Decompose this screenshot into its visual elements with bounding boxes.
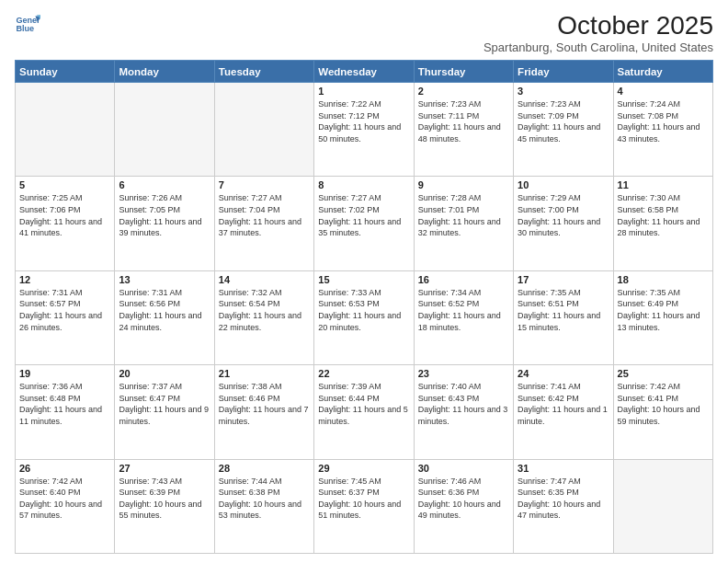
day-info: Sunrise: 7:36 AM Sunset: 6:48 PM Dayligh… xyxy=(19,381,110,427)
col-wednesday: Wednesday xyxy=(314,61,414,83)
table-row: 3Sunrise: 7:23 AM Sunset: 7:09 PM Daylig… xyxy=(514,83,613,177)
table-row: 29Sunrise: 7:45 AM Sunset: 6:37 PM Dayli… xyxy=(314,459,414,553)
table-row: 12Sunrise: 7:31 AM Sunset: 6:57 PM Dayli… xyxy=(16,270,115,364)
calendar-table: Sunday Monday Tuesday Wednesday Thursday… xyxy=(15,60,713,554)
calendar-week-row: 26Sunrise: 7:42 AM Sunset: 6:40 PM Dayli… xyxy=(16,459,713,553)
table-row: 24Sunrise: 7:41 AM Sunset: 6:42 PM Dayli… xyxy=(514,365,613,459)
page: General Blue October 2025 Spartanburg, S… xyxy=(0,0,728,563)
table-row: 21Sunrise: 7:38 AM Sunset: 6:46 PM Dayli… xyxy=(214,365,313,459)
day-info: Sunrise: 7:43 AM Sunset: 6:39 PM Dayligh… xyxy=(119,476,210,522)
day-number: 26 xyxy=(19,463,110,474)
day-info: Sunrise: 7:35 AM Sunset: 6:49 PM Dayligh… xyxy=(618,287,709,333)
table-row xyxy=(115,83,214,177)
table-row xyxy=(16,83,115,177)
table-row: 25Sunrise: 7:42 AM Sunset: 6:41 PM Dayli… xyxy=(613,365,712,459)
calendar-week-row: 19Sunrise: 7:36 AM Sunset: 6:48 PM Dayli… xyxy=(16,365,713,459)
day-info: Sunrise: 7:46 AM Sunset: 6:36 PM Dayligh… xyxy=(418,476,509,522)
day-number: 9 xyxy=(418,179,509,190)
table-row: 31Sunrise: 7:47 AM Sunset: 6:35 PM Dayli… xyxy=(514,459,613,553)
day-info: Sunrise: 7:39 AM Sunset: 6:44 PM Dayligh… xyxy=(318,381,409,427)
day-number: 16 xyxy=(418,274,509,285)
day-number: 14 xyxy=(219,274,310,285)
day-info: Sunrise: 7:23 AM Sunset: 7:09 PM Dayligh… xyxy=(518,98,609,144)
day-info: Sunrise: 7:42 AM Sunset: 6:40 PM Dayligh… xyxy=(19,476,110,522)
day-info: Sunrise: 7:25 AM Sunset: 7:06 PM Dayligh… xyxy=(19,192,110,238)
col-saturday: Saturday xyxy=(613,61,712,83)
day-number: 12 xyxy=(19,274,110,285)
table-row: 7Sunrise: 7:27 AM Sunset: 7:04 PM Daylig… xyxy=(214,177,313,270)
day-number: 15 xyxy=(318,274,409,285)
svg-text:Blue: Blue xyxy=(16,24,34,33)
table-row: 27Sunrise: 7:43 AM Sunset: 6:39 PM Dayli… xyxy=(115,459,214,553)
day-info: Sunrise: 7:23 AM Sunset: 7:11 PM Dayligh… xyxy=(418,98,509,144)
table-row xyxy=(613,459,712,553)
table-row: 8Sunrise: 7:27 AM Sunset: 7:02 PM Daylig… xyxy=(314,177,414,270)
calendar-week-row: 12Sunrise: 7:31 AM Sunset: 6:57 PM Dayli… xyxy=(16,270,713,364)
calendar-week-row: 1Sunrise: 7:22 AM Sunset: 7:12 PM Daylig… xyxy=(16,83,713,177)
day-info: Sunrise: 7:31 AM Sunset: 6:56 PM Dayligh… xyxy=(119,287,210,333)
day-number: 7 xyxy=(219,179,310,190)
day-number: 8 xyxy=(318,179,409,190)
day-info: Sunrise: 7:30 AM Sunset: 6:58 PM Dayligh… xyxy=(618,192,709,238)
day-info: Sunrise: 7:33 AM Sunset: 6:53 PM Dayligh… xyxy=(318,287,409,333)
table-row: 2Sunrise: 7:23 AM Sunset: 7:11 PM Daylig… xyxy=(414,83,513,177)
header: General Blue October 2025 Spartanburg, S… xyxy=(15,11,713,54)
day-info: Sunrise: 7:22 AM Sunset: 7:12 PM Dayligh… xyxy=(318,98,409,144)
calendar-week-row: 5Sunrise: 7:25 AM Sunset: 7:06 PM Daylig… xyxy=(16,177,713,270)
table-row: 10Sunrise: 7:29 AM Sunset: 7:00 PM Dayli… xyxy=(514,177,613,270)
table-row: 15Sunrise: 7:33 AM Sunset: 6:53 PM Dayli… xyxy=(314,270,414,364)
day-info: Sunrise: 7:27 AM Sunset: 7:02 PM Dayligh… xyxy=(318,192,409,238)
table-row: 13Sunrise: 7:31 AM Sunset: 6:56 PM Dayli… xyxy=(115,270,214,364)
day-number: 23 xyxy=(418,368,509,379)
table-row: 11Sunrise: 7:30 AM Sunset: 6:58 PM Dayli… xyxy=(613,177,712,270)
day-info: Sunrise: 7:28 AM Sunset: 7:01 PM Dayligh… xyxy=(418,192,509,238)
table-row: 22Sunrise: 7:39 AM Sunset: 6:44 PM Dayli… xyxy=(314,365,414,459)
logo-icon: General Blue xyxy=(15,11,40,37)
day-info: Sunrise: 7:35 AM Sunset: 6:51 PM Dayligh… xyxy=(518,287,609,333)
day-number: 30 xyxy=(418,463,509,474)
day-info: Sunrise: 7:47 AM Sunset: 6:35 PM Dayligh… xyxy=(518,476,609,522)
table-row: 23Sunrise: 7:40 AM Sunset: 6:43 PM Dayli… xyxy=(414,365,513,459)
day-number: 2 xyxy=(418,86,509,97)
day-info: Sunrise: 7:40 AM Sunset: 6:43 PM Dayligh… xyxy=(418,381,509,427)
day-number: 1 xyxy=(318,86,409,97)
table-row: 18Sunrise: 7:35 AM Sunset: 6:49 PM Dayli… xyxy=(613,270,712,364)
col-monday: Monday xyxy=(115,61,214,83)
table-row: 5Sunrise: 7:25 AM Sunset: 7:06 PM Daylig… xyxy=(16,177,115,270)
day-number: 29 xyxy=(318,463,409,474)
day-number: 22 xyxy=(318,368,409,379)
table-row: 26Sunrise: 7:42 AM Sunset: 6:40 PM Dayli… xyxy=(16,459,115,553)
day-number: 24 xyxy=(518,368,609,379)
day-number: 11 xyxy=(618,179,709,190)
day-number: 18 xyxy=(618,274,709,285)
day-number: 5 xyxy=(19,179,110,190)
day-info: Sunrise: 7:37 AM Sunset: 6:47 PM Dayligh… xyxy=(119,381,210,427)
day-number: 19 xyxy=(19,368,110,379)
day-number: 3 xyxy=(518,86,609,97)
table-row: 20Sunrise: 7:37 AM Sunset: 6:47 PM Dayli… xyxy=(115,365,214,459)
table-row: 17Sunrise: 7:35 AM Sunset: 6:51 PM Dayli… xyxy=(514,270,613,364)
table-row: 16Sunrise: 7:34 AM Sunset: 6:52 PM Dayli… xyxy=(414,270,513,364)
logo: General Blue xyxy=(15,11,40,37)
col-tuesday: Tuesday xyxy=(214,61,313,83)
day-number: 4 xyxy=(618,86,709,97)
day-number: 6 xyxy=(119,179,210,190)
day-number: 21 xyxy=(219,368,310,379)
table-row: 14Sunrise: 7:32 AM Sunset: 6:54 PM Dayli… xyxy=(214,270,313,364)
day-info: Sunrise: 7:41 AM Sunset: 6:42 PM Dayligh… xyxy=(518,381,609,427)
day-info: Sunrise: 7:44 AM Sunset: 6:38 PM Dayligh… xyxy=(219,476,310,522)
location-title: Spartanburg, South Carolina, United Stat… xyxy=(483,40,713,54)
day-info: Sunrise: 7:24 AM Sunset: 7:08 PM Dayligh… xyxy=(618,98,709,144)
weekday-header-row: Sunday Monday Tuesday Wednesday Thursday… xyxy=(16,61,713,83)
day-info: Sunrise: 7:38 AM Sunset: 6:46 PM Dayligh… xyxy=(219,381,310,427)
day-info: Sunrise: 7:32 AM Sunset: 6:54 PM Dayligh… xyxy=(219,287,310,333)
day-number: 17 xyxy=(518,274,609,285)
day-number: 25 xyxy=(618,368,709,379)
table-row: 1Sunrise: 7:22 AM Sunset: 7:12 PM Daylig… xyxy=(314,83,414,177)
col-friday: Friday xyxy=(514,61,613,83)
day-number: 20 xyxy=(119,368,210,379)
day-number: 28 xyxy=(219,463,310,474)
day-number: 27 xyxy=(119,463,210,474)
day-number: 31 xyxy=(518,463,609,474)
calendar-body: 1Sunrise: 7:22 AM Sunset: 7:12 PM Daylig… xyxy=(16,83,713,554)
